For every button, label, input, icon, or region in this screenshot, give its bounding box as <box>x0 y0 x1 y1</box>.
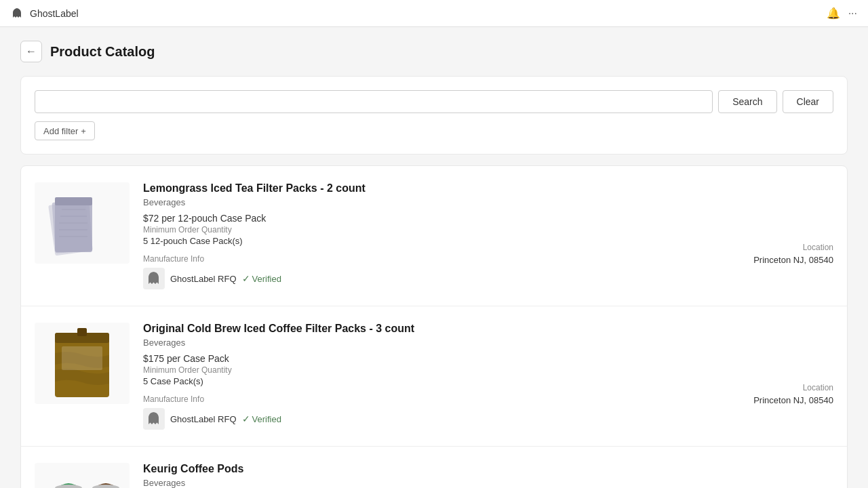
app-name: GhostLabel <box>30 8 79 19</box>
back-button[interactable]: ← <box>20 41 42 62</box>
svg-rect-8 <box>55 197 92 205</box>
notification-icon[interactable]: 🔔 <box>827 7 840 20</box>
manufacturer-name: GhostLabel RFQ <box>170 274 237 284</box>
app-logo-icon <box>11 7 24 20</box>
product-location: Location Princeton NJ, 08540 <box>753 383 833 405</box>
product-info: Keurig Coffee Pods Beverages $90 per Cas… <box>143 463 833 488</box>
product-item: Original Cold Brew Iced Coffee Filter Pa… <box>21 306 847 447</box>
product-name: Original Cold Brew Iced Coffee Filter Pa… <box>143 323 833 335</box>
verified-check-icon: ✓ <box>242 273 250 284</box>
coffee-pods-image <box>35 463 130 488</box>
add-filter-plus-icon: + <box>81 126 86 136</box>
location-label: Location <box>753 383 833 392</box>
location-value: Princeton NJ, 08540 <box>753 395 833 405</box>
product-category: Beverages <box>143 478 833 488</box>
location-label: Location <box>753 243 833 252</box>
product-category: Beverages <box>143 197 833 207</box>
svg-point-18 <box>92 485 119 488</box>
product-info: Original Cold Brew Iced Coffee Filter Pa… <box>143 323 833 430</box>
back-arrow-icon: ← <box>26 45 37 58</box>
location-value: Princeton NJ, 08540 <box>753 255 833 265</box>
verified-badge: ✓ Verified <box>242 273 281 284</box>
coffee-filter-pack-image <box>35 323 130 404</box>
top-nav-left: GhostLabel <box>11 7 79 20</box>
product-moq-value: 5 Case Pack(s) <box>143 376 833 386</box>
product-moq-value: 5 12-pouch Case Pack(s) <box>143 236 833 246</box>
manufacture-label: Manufacture Info <box>143 254 833 264</box>
add-filter-label: Add filter <box>43 126 78 136</box>
search-area: Search Clear Add filter + <box>20 76 848 155</box>
verified-text: Verified <box>252 414 281 424</box>
product-item: Keurig Coffee Pods Beverages $90 per Cas… <box>21 447 847 488</box>
manufacture-info: GhostLabel RFQ ✓ Verified <box>143 408 833 430</box>
product-image <box>35 463 130 488</box>
manufacturer-logo <box>143 408 165 430</box>
svg-rect-11 <box>77 328 87 336</box>
svg-point-15 <box>55 485 82 488</box>
product-name: Keurig Coffee Pods <box>143 463 833 475</box>
page-title: Product Catalog <box>50 44 155 60</box>
filter-row: Add filter + <box>35 121 833 140</box>
verified-check-icon: ✓ <box>242 413 250 424</box>
product-location: Location Princeton NJ, 08540 <box>753 243 833 265</box>
product-price: $72 per 12-pouch Case Pack <box>143 213 833 224</box>
verified-badge: ✓ Verified <box>242 413 281 424</box>
page-header: ← Product Catalog <box>20 41 848 62</box>
manufacturer-name: GhostLabel RFQ <box>170 414 237 424</box>
svg-rect-12 <box>62 346 102 370</box>
manufacturer-logo <box>143 268 165 289</box>
product-moq-label: Minimum Order Quantity <box>143 225 833 235</box>
page-container: ← Product Catalog Search Clear Add filte… <box>0 27 868 488</box>
search-row: Search Clear <box>35 90 833 113</box>
search-input[interactable] <box>35 90 713 113</box>
manufacture-label: Manufacture Info <box>143 394 833 404</box>
product-info: Lemongrass Iced Tea Filter Packs - 2 cou… <box>143 182 833 289</box>
product-item: Lemongrass Iced Tea Filter Packs - 2 cou… <box>21 166 847 306</box>
product-name: Lemongrass Iced Tea Filter Packs - 2 cou… <box>143 182 833 195</box>
tea-filter-packs-image <box>35 182 130 264</box>
product-image <box>35 323 130 404</box>
product-price: $175 per Case Pack <box>143 353 833 364</box>
manufacture-info: GhostLabel RFQ ✓ Verified <box>143 268 833 289</box>
verified-text: Verified <box>252 274 281 284</box>
product-category: Beverages <box>143 338 833 348</box>
product-image <box>35 182 130 264</box>
search-button[interactable]: Search <box>718 90 776 113</box>
svg-rect-2 <box>55 199 92 252</box>
add-filter-button[interactable]: Add filter + <box>35 121 95 140</box>
product-list: Lemongrass Iced Tea Filter Packs - 2 cou… <box>20 165 848 488</box>
clear-button[interactable]: Clear <box>783 90 833 113</box>
more-options-icon[interactable]: ··· <box>848 7 857 20</box>
top-nav-right: 🔔 ··· <box>827 7 857 20</box>
ghostlabel-manufacturer-icon <box>144 409 163 428</box>
ghostlabel-manufacturer-icon <box>144 269 163 288</box>
top-nav: GhostLabel 🔔 ··· <box>0 0 868 27</box>
product-moq-label: Minimum Order Quantity <box>143 365 833 375</box>
